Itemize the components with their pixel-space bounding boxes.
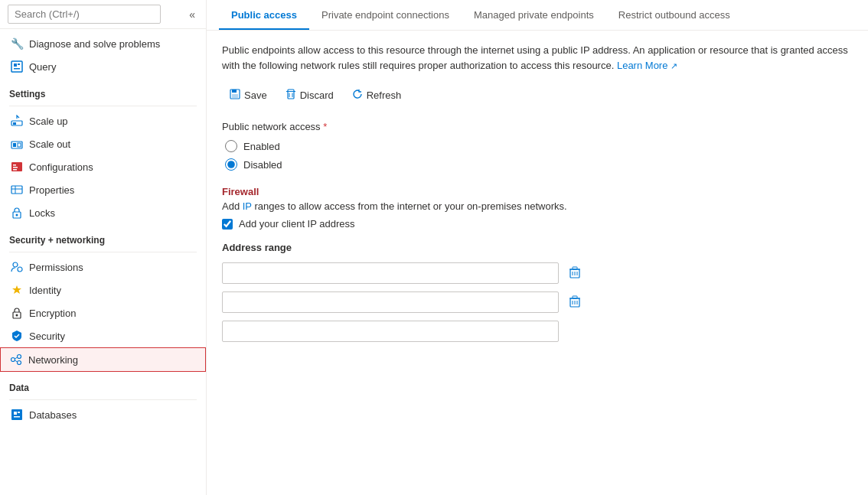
svg-rect-5 bbox=[13, 122, 16, 125]
properties-icon bbox=[11, 184, 23, 196]
client-ip-checkbox-label[interactable]: Add your client IP address bbox=[222, 218, 853, 230]
content-area: Public endpoints allow access to this re… bbox=[207, 31, 868, 495]
more-link[interactable]: More ↗ bbox=[645, 60, 677, 71]
refresh-button[interactable]: Refresh bbox=[344, 85, 410, 106]
sidebar-item-scale-out[interactable]: Scale out bbox=[0, 132, 206, 155]
section-divider-2 bbox=[9, 252, 197, 252]
wrench-icon: 🔧 bbox=[11, 37, 23, 50]
required-indicator: * bbox=[323, 121, 327, 132]
search-input[interactable] bbox=[8, 5, 161, 24]
sidebar-item-label: Configurations bbox=[29, 161, 93, 173]
disabled-label: Disabled bbox=[243, 159, 282, 171]
sidebar-item-networking[interactable]: Networking bbox=[0, 347, 206, 372]
svg-line-26 bbox=[15, 360, 18, 362]
learn-link[interactable]: Learn bbox=[617, 60, 642, 71]
svg-point-21 bbox=[16, 314, 18, 317]
svg-rect-34 bbox=[288, 90, 294, 99]
address-row-1 bbox=[222, 262, 853, 284]
section-divider bbox=[9, 106, 197, 106]
save-button[interactable]: Save bbox=[222, 85, 275, 106]
firewall-section: Firewall Add IP ranges to allow access f… bbox=[222, 186, 853, 230]
public-network-access-section: Public network access * Enabled Disabled bbox=[222, 121, 853, 171]
main-content: Public access Private endpoint connectio… bbox=[207, 0, 868, 495]
scale-out-icon bbox=[11, 138, 23, 150]
section-security-networking: Security + networking bbox=[0, 227, 206, 249]
address-input-3[interactable] bbox=[222, 321, 559, 342]
databases-icon bbox=[11, 409, 23, 421]
svg-rect-29 bbox=[18, 412, 20, 413]
networking-icon bbox=[10, 353, 22, 366]
svg-point-24 bbox=[18, 361, 21, 365]
collapse-button[interactable]: « bbox=[186, 7, 198, 22]
firewall-description: Add IP ranges to allow access from the i… bbox=[222, 200, 853, 212]
svg-rect-28 bbox=[14, 412, 17, 415]
svg-rect-2 bbox=[18, 64, 20, 65]
ip-highlight: IP bbox=[243, 200, 252, 212]
tab-public-access[interactable]: Public access bbox=[219, 0, 309, 30]
sidebar-item-locks[interactable]: Locks bbox=[0, 201, 206, 224]
sidebar: « 🔧 Diagnose and solve problems Query Se… bbox=[0, 0, 207, 495]
sidebar-item-query[interactable]: Query bbox=[0, 55, 206, 78]
sidebar-item-properties[interactable]: Properties bbox=[0, 178, 206, 201]
section-data: Data bbox=[0, 375, 206, 396]
discard-label: Discard bbox=[300, 90, 334, 101]
tab-restrict-outbound[interactable]: Restrict outbound access bbox=[606, 0, 742, 30]
sidebar-search-bar: « bbox=[0, 0, 206, 29]
sidebar-item-scale-up[interactable]: Scale up bbox=[0, 109, 206, 132]
address-input-1[interactable] bbox=[222, 262, 559, 284]
svg-point-23 bbox=[18, 355, 21, 359]
sidebar-item-label: Identity bbox=[29, 285, 61, 296]
address-input-2[interactable] bbox=[222, 291, 559, 313]
sidebar-item-label: Query bbox=[29, 61, 56, 73]
svg-rect-3 bbox=[14, 68, 20, 70]
tab-managed-private[interactable]: Managed private endpoints bbox=[462, 0, 606, 30]
address-range-section: Address range bbox=[222, 242, 853, 342]
sidebar-item-label: Encryption bbox=[29, 308, 76, 319]
sidebar-item-label: Locks bbox=[29, 207, 55, 219]
disabled-radio[interactable] bbox=[225, 158, 237, 171]
address-row-3 bbox=[222, 321, 853, 342]
permissions-icon bbox=[11, 261, 23, 273]
refresh-icon bbox=[352, 89, 363, 102]
sidebar-nav: 🔧 Diagnose and solve problems Query Sett… bbox=[0, 29, 206, 495]
client-ip-checkbox[interactable] bbox=[222, 219, 233, 230]
sidebar-item-label: Networking bbox=[28, 354, 78, 366]
tab-private-endpoint[interactable]: Private endpoint connections bbox=[309, 0, 462, 30]
radio-enabled[interactable]: Enabled bbox=[225, 140, 853, 152]
sidebar-item-databases[interactable]: Databases bbox=[0, 403, 206, 426]
firewall-title: Firewall bbox=[222, 186, 853, 197]
save-label: Save bbox=[244, 90, 267, 101]
sidebar-item-label: Properties bbox=[29, 184, 74, 196]
delete-row-2-button[interactable] bbox=[565, 294, 585, 311]
save-icon bbox=[230, 89, 240, 102]
external-link-icon: ↗ bbox=[671, 61, 677, 70]
sidebar-item-configurations[interactable]: Configurations bbox=[0, 155, 206, 178]
identity-icon bbox=[11, 284, 23, 296]
refresh-label: Refresh bbox=[367, 90, 402, 101]
svg-rect-11 bbox=[13, 167, 18, 168]
scale-up-icon bbox=[11, 115, 23, 127]
security-icon bbox=[11, 330, 23, 342]
svg-rect-43 bbox=[573, 267, 577, 269]
enabled-radio[interactable] bbox=[225, 140, 237, 152]
sidebar-item-diagnose[interactable]: 🔧 Diagnose and solve problems bbox=[0, 32, 206, 55]
client-ip-label: Add your client IP address bbox=[239, 218, 355, 230]
sidebar-item-identity[interactable]: Identity bbox=[0, 278, 206, 301]
sidebar-item-encryption[interactable]: Encryption bbox=[0, 301, 206, 324]
discard-button[interactable]: Discard bbox=[278, 85, 341, 106]
svg-rect-30 bbox=[14, 416, 20, 418]
radio-disabled[interactable]: Disabled bbox=[225, 158, 853, 171]
sidebar-item-security[interactable]: Security bbox=[0, 324, 206, 347]
svg-line-25 bbox=[15, 357, 18, 359]
encryption-icon bbox=[11, 307, 23, 319]
svg-rect-35 bbox=[286, 91, 295, 92]
sidebar-item-permissions[interactable]: Permissions bbox=[0, 256, 206, 278]
sidebar-item-label: Scale out bbox=[29, 138, 70, 150]
svg-rect-12 bbox=[13, 169, 17, 171]
public-network-label: Public network access * bbox=[222, 121, 853, 132]
svg-rect-13 bbox=[11, 186, 22, 194]
sidebar-item-label: Databases bbox=[29, 409, 77, 421]
sidebar-item-label: Security bbox=[29, 331, 65, 342]
delete-row-1-button[interactable] bbox=[565, 265, 585, 282]
sidebar-item-label: Permissions bbox=[29, 262, 83, 273]
